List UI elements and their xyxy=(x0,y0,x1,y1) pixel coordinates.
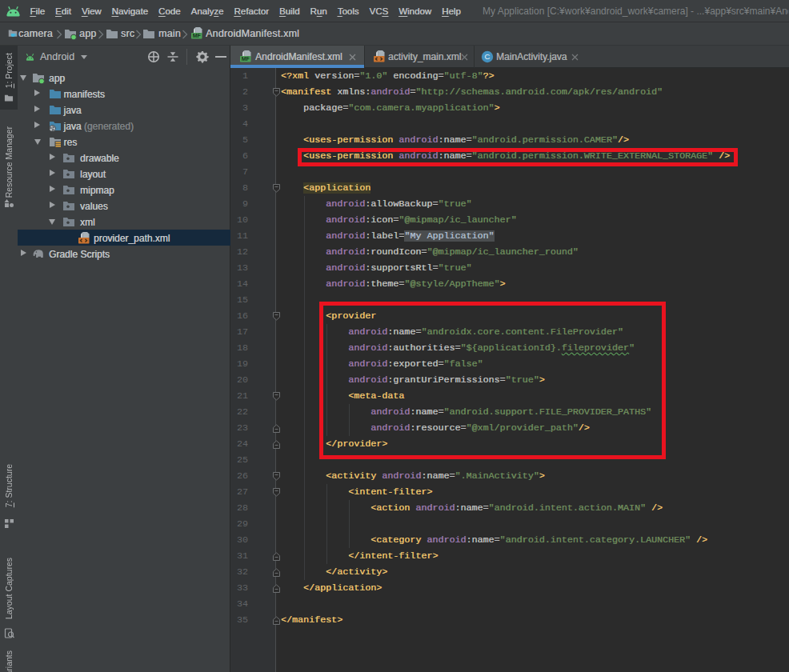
svg-text:C: C xyxy=(485,52,491,61)
svg-text:MF: MF xyxy=(193,33,202,38)
svg-text:MF: MF xyxy=(242,56,250,62)
